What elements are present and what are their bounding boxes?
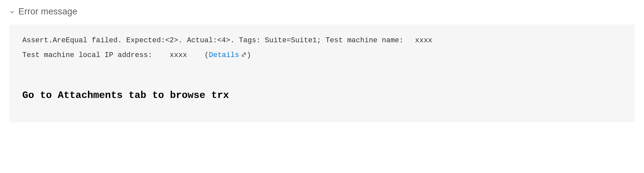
external-link-icon bbox=[241, 52, 247, 57]
attachments-instruction: Go to Attachments tab to browse trx bbox=[22, 86, 622, 106]
test-machine-ip-value: xxxx bbox=[170, 51, 187, 59]
chevron-down-icon bbox=[9, 9, 15, 15]
test-machine-name-value: xxxx bbox=[415, 36, 432, 45]
section-title: Error message bbox=[18, 7, 77, 17]
paren-open: ( bbox=[204, 51, 209, 59]
test-machine-ip-label: Test machine local IP address: bbox=[22, 51, 152, 59]
details-link[interactable]: Details bbox=[209, 51, 247, 59]
assert-failure-text: Assert.AreEqual failed. Expected:<2>. Ac… bbox=[22, 36, 408, 45]
section-header-error-message[interactable]: Error message bbox=[9, 7, 635, 17]
error-message-body: Assert.AreEqual failed. Expected:<2>. Ac… bbox=[9, 25, 635, 122]
paren-close: ) bbox=[247, 51, 251, 59]
details-link-text: Details bbox=[209, 51, 239, 59]
details-group: (Details) bbox=[204, 51, 251, 59]
